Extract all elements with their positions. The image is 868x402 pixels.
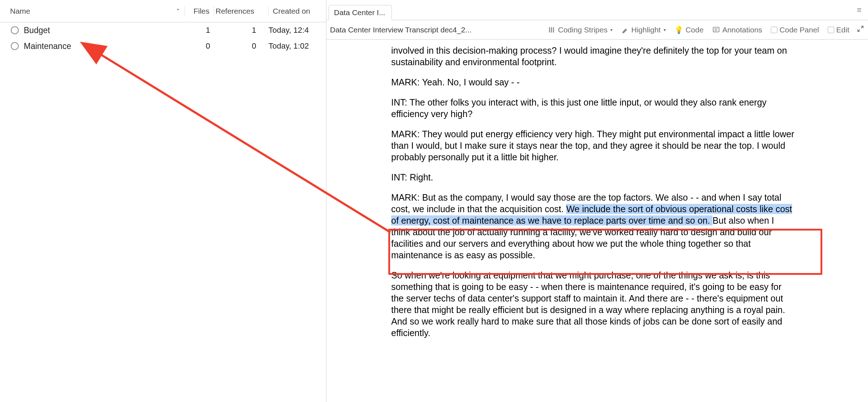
col-header-references-label: References [216,7,254,15]
checkbox-icon [771,27,777,33]
code-refs-count: 0 [214,41,268,51]
transcript-paragraph[interactable]: INT: Right. [391,171,794,183]
annotations-icon [712,26,720,34]
checkbox-icon [828,27,834,33]
highlight-button[interactable]: Highlight ▾ [618,24,669,36]
svg-rect-2 [553,27,554,32]
document-tab[interactable]: Data Center I... [329,5,392,20]
code-created-date: Today, 1:02 [268,41,326,51]
svg-rect-0 [549,27,550,32]
document-path: Data Center Interview Transcript dec4_2.… [330,26,471,34]
code-label: Code [686,26,704,34]
svg-rect-3 [713,27,719,32]
annotation-highlight-box [388,229,822,275]
edit-toggle[interactable]: Edit [825,24,852,36]
code-name: Maintenance [24,41,186,51]
transcript-paragraph[interactable]: involved in this decision-making process… [391,45,794,68]
highlighter-icon [621,26,629,34]
transcript-paragraph[interactable]: So when we're looking at equipment that … [391,269,794,339]
code-name: Budget [24,26,186,35]
col-header-references[interactable]: References [214,7,268,15]
caret-down-icon: ▾ [664,27,666,32]
code-color-circle-icon [11,42,19,50]
document-toolbar: Data Center Interview Transcript dec4_2.… [326,20,868,40]
col-header-files-label: Files [194,7,209,15]
hamburger-icon[interactable]: ≡ [857,5,862,15]
document-tab-bar: Data Center I... ≡ [326,0,868,20]
code-files-count: 1 [186,26,214,35]
sort-asc-icon: ⌃ [176,8,180,14]
transcript-paragraph[interactable]: MARK: They would put energy efficiency v… [391,128,794,163]
expand-icon[interactable] [856,25,864,35]
edit-label: Edit [836,26,849,34]
codes-panel: Name ⌃ Files References Created on Budge… [0,0,326,402]
coding-stripes-icon [548,26,556,34]
code-row-budget[interactable]: Budget 1 1 Today, 12:4 [0,22,326,38]
code-refs-count: 1 [214,26,268,35]
code-panel-label: Code Panel [779,26,819,34]
code-row-maintenance[interactable]: Maintenance 0 0 Today, 1:02 [0,38,326,54]
lightbulb-icon: 💡 [674,26,683,34]
document-panel: Data Center I... ≡ Data Center Interview… [326,0,868,402]
document-content: involved in this decision-making process… [326,45,809,339]
caret-down-icon: ▾ [610,27,612,32]
code-created-date: Today, 12:4 [268,26,326,35]
document-scroll-area[interactable]: involved in this decision-making process… [326,40,868,402]
transcript-paragraph[interactable]: INT: The other folks you interact with, … [391,97,794,120]
transcript-paragraph[interactable]: MARK: Yeah. No, I would say - - [391,76,794,88]
coding-stripes-button[interactable]: Coding Stripes ▾ [545,24,615,36]
document-tab-label: Data Center I... [334,8,385,17]
col-header-name[interactable]: Name ⌃ [0,7,185,15]
code-color-circle-icon [11,26,19,34]
code-panel-toggle[interactable]: Code Panel [768,24,822,36]
code-button[interactable]: 💡 Code [672,24,706,36]
col-header-created[interactable]: Created on [268,7,326,15]
col-header-created-label: Created on [273,7,310,15]
codes-header-row: Name ⌃ Files References Created on [0,0,326,22]
code-files-count: 0 [186,41,214,51]
highlight-label: Highlight [631,26,661,34]
annotations-label: Annotations [722,26,762,34]
svg-rect-1 [551,27,552,32]
col-header-name-label: Name [10,7,30,15]
col-header-files[interactable]: Files [185,7,214,15]
annotations-button[interactable]: Annotations [709,24,765,36]
coding-stripes-label: Coding Stripes [558,26,607,34]
